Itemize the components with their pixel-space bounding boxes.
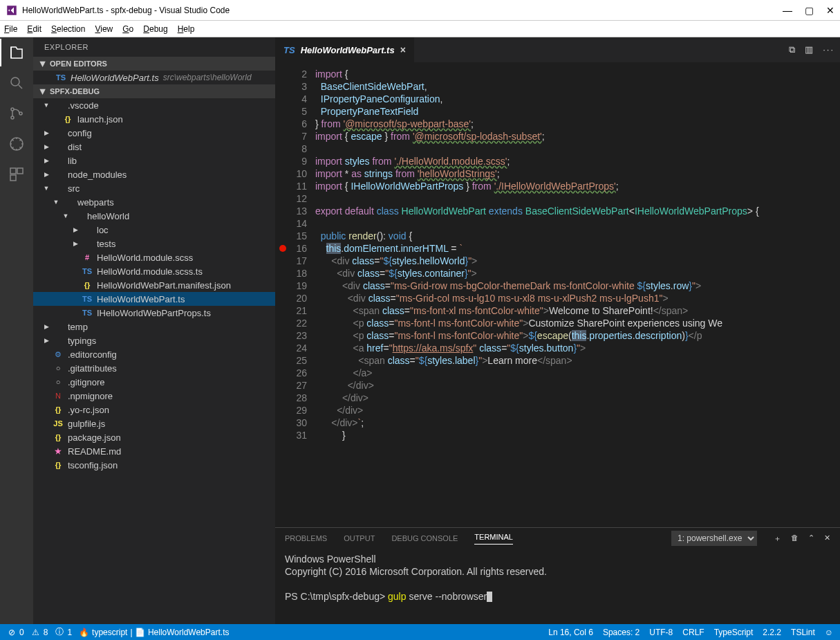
editor-group: TS HelloWorldWebPart.ts × ⧉ ▥ ··· 234567… xyxy=(275,37,840,624)
file-icon xyxy=(53,183,64,194)
tree-item[interactable]: #HelloWorld.module.scss xyxy=(33,250,275,264)
menu-selection[interactable]: Selection xyxy=(51,24,85,34)
menu-file[interactable]: File xyxy=(4,24,17,34)
project-header[interactable]: ▶SPFX-DEBUG xyxy=(33,84,275,98)
tree-item[interactable]: TSHelloWorld.module.scss.ts xyxy=(33,264,275,278)
status-spaces[interactable]: Spaces: 2 xyxy=(603,628,640,637)
status-tslint[interactable]: TSLint xyxy=(791,628,815,637)
editor-layout-icon[interactable]: ▥ xyxy=(805,44,813,55)
status-bar: ⊘0 ⚠8 ⓘ1 🔥 typescript | 📄 HelloWorldWebP… xyxy=(0,624,840,640)
svg-point-1 xyxy=(11,108,14,111)
svg-rect-6 xyxy=(17,168,23,174)
tree-item[interactable]: temp xyxy=(33,320,275,333)
tree-item[interactable]: ⚙.editorconfig xyxy=(33,347,275,361)
open-editor-item[interactable]: TS HelloWorldWebPart.ts src\webparts\hel… xyxy=(33,71,275,84)
file-icon: TS xyxy=(82,307,93,318)
output-tab[interactable]: OUTPUT xyxy=(344,534,375,542)
file-icon: {} xyxy=(82,280,93,291)
status-eol[interactable]: CRLF xyxy=(682,628,704,637)
debug-icon[interactable] xyxy=(8,136,25,152)
tree-item[interactable]: TSHelloWorldWebPart.ts xyxy=(33,292,275,306)
file-icon: ★ xyxy=(53,446,64,457)
terminal[interactable]: Windows PowerShell Copyright (C) 2016 Mi… xyxy=(275,549,840,624)
status-errors[interactable]: ⊘0 xyxy=(7,628,24,637)
menu-debug[interactable]: Debug xyxy=(143,24,167,34)
git-icon[interactable] xyxy=(8,105,25,122)
tree-item[interactable]: src xyxy=(33,181,275,195)
close-button[interactable]: ✕ xyxy=(826,5,834,16)
status-encoding[interactable]: UTF-8 xyxy=(649,628,673,637)
tree-item[interactable]: {}tsconfig.json xyxy=(33,458,275,472)
code-editor[interactable]: 2345678910111213141516171819202122232425… xyxy=(275,62,840,527)
editor-tabs: TS HelloWorldWebPart.ts × ⧉ ▥ ··· xyxy=(275,37,840,62)
maximize-button[interactable]: ▢ xyxy=(805,5,814,16)
file-icon xyxy=(53,335,64,346)
status-language-service[interactable]: 🔥 typescript | 📄 HelloWorldWebPart.ts xyxy=(79,628,229,637)
status-mode[interactable]: TypeScript xyxy=(714,628,754,637)
file-icon: TS xyxy=(82,266,93,277)
file-icon: N xyxy=(53,390,64,401)
tree-item[interactable]: {}package.json xyxy=(33,430,275,444)
tree-item[interactable]: typings xyxy=(33,333,275,347)
tree-item[interactable]: JSgulpfile.js xyxy=(33,417,275,430)
tree-item[interactable]: loc xyxy=(33,223,275,237)
tree-item[interactable]: N.npmignore xyxy=(33,389,275,403)
tree-item[interactable]: ○.gitignore xyxy=(33,375,275,389)
svg-point-0 xyxy=(11,77,19,86)
menu-edit[interactable]: Edit xyxy=(27,24,41,34)
tree-item[interactable]: {}.yo-rc.json xyxy=(33,403,275,417)
status-version[interactable]: 2.2.2 xyxy=(763,628,781,637)
menu-view[interactable]: View xyxy=(95,24,113,34)
menu-go[interactable]: Go xyxy=(122,24,133,34)
tree-item[interactable]: ○.gitattributes xyxy=(33,361,275,375)
split-editor-icon[interactable]: ⧉ xyxy=(789,44,795,55)
status-info[interactable]: ⓘ1 xyxy=(55,628,72,637)
file-icon: {} xyxy=(53,404,64,415)
file-icon: TS xyxy=(82,293,93,304)
tree-item[interactable]: ★README.md xyxy=(33,444,275,458)
tree-item[interactable]: .vscode xyxy=(33,98,275,112)
close-tab-icon[interactable]: × xyxy=(400,44,406,55)
extensions-icon[interactable] xyxy=(8,166,25,183)
file-icon: {} xyxy=(53,432,64,443)
file-icon xyxy=(53,127,64,138)
problems-tab[interactable]: PROBLEMS xyxy=(285,534,327,542)
more-icon[interactable]: ··· xyxy=(823,44,834,55)
menu-help[interactable]: Help xyxy=(178,24,195,34)
tree-item[interactable]: tests xyxy=(33,237,275,250)
file-icon xyxy=(53,155,64,166)
editor-tab[interactable]: TS HelloWorldWebPart.ts × xyxy=(275,37,414,62)
tree-item[interactable]: {}HelloWorldWebPart.manifest.json xyxy=(33,278,275,292)
svg-point-4 xyxy=(10,138,23,150)
terminal-tab[interactable]: TERMINAL xyxy=(474,533,513,545)
ts-icon: TS xyxy=(283,45,295,55)
minimize-button[interactable]: — xyxy=(783,5,792,16)
titlebar: HelloWorldWebPart.ts - spfx-debug - Visu… xyxy=(0,0,840,21)
new-terminal-icon[interactable]: ＋ xyxy=(774,533,781,544)
tree-item[interactable]: {}launch.json xyxy=(33,112,275,126)
tree-item[interactable]: config xyxy=(33,126,275,140)
debug-console-tab[interactable]: DEBUG CONSOLE xyxy=(391,534,458,542)
tree-item[interactable]: lib xyxy=(33,154,275,167)
open-editors-header[interactable]: ▶OPEN EDITORS xyxy=(33,57,275,71)
vs-logo-icon xyxy=(6,4,18,17)
search-icon[interactable] xyxy=(8,75,25,91)
activity-bar xyxy=(0,37,33,624)
tree-item[interactable]: helloWorld xyxy=(33,209,275,223)
window-title: HelloWorldWebPart.ts - spfx-debug - Visu… xyxy=(22,6,783,15)
explorer-icon[interactable] xyxy=(8,44,25,61)
svg-rect-7 xyxy=(10,175,16,181)
explorer-title: EXPLORER xyxy=(33,37,275,57)
tree-item[interactable]: TSIHelloWorldWebPartProps.ts xyxy=(33,306,275,320)
kill-terminal-icon[interactable]: 🗑 xyxy=(791,533,799,544)
svg-point-2 xyxy=(11,116,14,119)
status-warnings[interactable]: ⚠8 xyxy=(31,628,48,637)
tree-item[interactable]: webparts xyxy=(33,195,275,209)
close-panel-icon[interactable]: ✕ xyxy=(824,533,830,544)
maximize-panel-icon[interactable]: ⌃ xyxy=(808,533,814,544)
status-feedback-icon[interactable]: ☺ xyxy=(825,628,833,637)
tree-item[interactable]: node_modules xyxy=(33,167,275,181)
terminal-selector[interactable]: 1: powershell.exe xyxy=(671,531,757,546)
tree-item[interactable]: dist xyxy=(33,140,275,154)
status-cursor-pos[interactable]: Ln 16, Col 6 xyxy=(548,628,593,637)
